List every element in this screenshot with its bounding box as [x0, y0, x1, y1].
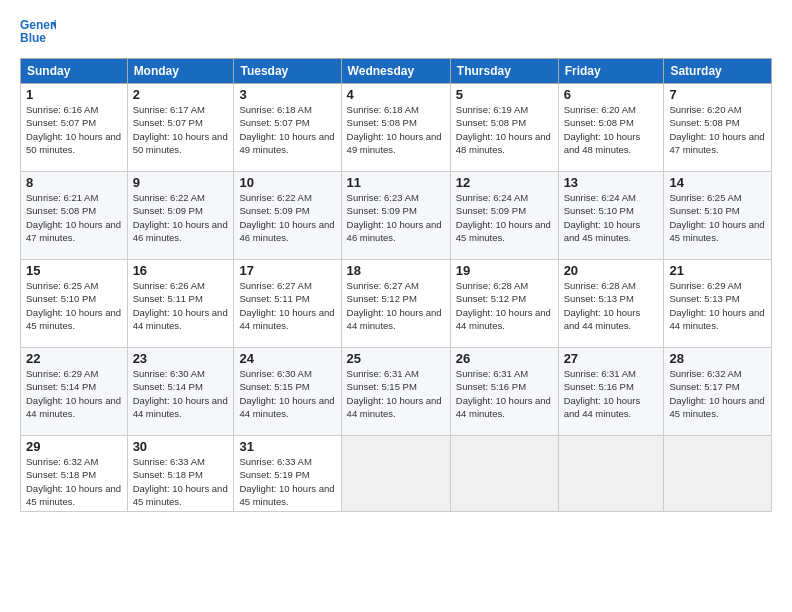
- day-info-13: Sunrise: 6:24 AMSunset: 5:10 PMDaylight:…: [564, 191, 659, 244]
- weekday-header-monday: Monday: [127, 59, 234, 84]
- day-info-31: Sunrise: 6:33 AMSunset: 5:19 PMDaylight:…: [239, 455, 335, 508]
- page: General Blue SundayMondayTuesdayWednesda…: [0, 0, 792, 612]
- day-info-3: Sunrise: 6:18 AMSunset: 5:07 PMDaylight:…: [239, 103, 335, 156]
- day-info-12: Sunrise: 6:24 AMSunset: 5:09 PMDaylight:…: [456, 191, 553, 244]
- day-cell-3: 3Sunrise: 6:18 AMSunset: 5:07 PMDaylight…: [234, 84, 341, 172]
- day-info-19: Sunrise: 6:28 AMSunset: 5:12 PMDaylight:…: [456, 279, 553, 332]
- day-cell-20: 20Sunrise: 6:28 AMSunset: 5:13 PMDayligh…: [558, 260, 664, 348]
- day-info-29: Sunrise: 6:32 AMSunset: 5:18 PMDaylight:…: [26, 455, 122, 508]
- day-number-19: 19: [456, 263, 553, 278]
- week-row-3: 15Sunrise: 6:25 AMSunset: 5:10 PMDayligh…: [21, 260, 772, 348]
- day-number-3: 3: [239, 87, 335, 102]
- header: General Blue: [20, 16, 772, 52]
- day-cell-9: 9Sunrise: 6:22 AMSunset: 5:09 PMDaylight…: [127, 172, 234, 260]
- weekday-header-thursday: Thursday: [450, 59, 558, 84]
- day-info-5: Sunrise: 6:19 AMSunset: 5:08 PMDaylight:…: [456, 103, 553, 156]
- day-cell-7: 7Sunrise: 6:20 AMSunset: 5:08 PMDaylight…: [664, 84, 772, 172]
- day-cell-12: 12Sunrise: 6:24 AMSunset: 5:09 PMDayligh…: [450, 172, 558, 260]
- day-number-7: 7: [669, 87, 766, 102]
- day-number-8: 8: [26, 175, 122, 190]
- day-number-10: 10: [239, 175, 335, 190]
- day-number-5: 5: [456, 87, 553, 102]
- week-row-5: 29Sunrise: 6:32 AMSunset: 5:18 PMDayligh…: [21, 436, 772, 512]
- day-number-22: 22: [26, 351, 122, 366]
- day-number-2: 2: [133, 87, 229, 102]
- day-info-18: Sunrise: 6:27 AMSunset: 5:12 PMDaylight:…: [347, 279, 445, 332]
- day-info-16: Sunrise: 6:26 AMSunset: 5:11 PMDaylight:…: [133, 279, 229, 332]
- day-cell-25: 25Sunrise: 6:31 AMSunset: 5:15 PMDayligh…: [341, 348, 450, 436]
- day-info-23: Sunrise: 6:30 AMSunset: 5:14 PMDaylight:…: [133, 367, 229, 420]
- day-cell-10: 10Sunrise: 6:22 AMSunset: 5:09 PMDayligh…: [234, 172, 341, 260]
- day-cell-15: 15Sunrise: 6:25 AMSunset: 5:10 PMDayligh…: [21, 260, 128, 348]
- weekday-header-sunday: Sunday: [21, 59, 128, 84]
- svg-text:General: General: [20, 18, 56, 32]
- day-cell-28: 28Sunrise: 6:32 AMSunset: 5:17 PMDayligh…: [664, 348, 772, 436]
- day-number-6: 6: [564, 87, 659, 102]
- day-info-11: Sunrise: 6:23 AMSunset: 5:09 PMDaylight:…: [347, 191, 445, 244]
- day-info-21: Sunrise: 6:29 AMSunset: 5:13 PMDaylight:…: [669, 279, 766, 332]
- day-cell-27: 27Sunrise: 6:31 AMSunset: 5:16 PMDayligh…: [558, 348, 664, 436]
- svg-text:Blue: Blue: [20, 31, 46, 45]
- day-number-4: 4: [347, 87, 445, 102]
- day-number-13: 13: [564, 175, 659, 190]
- day-number-24: 24: [239, 351, 335, 366]
- day-number-18: 18: [347, 263, 445, 278]
- weekday-header-row: SundayMondayTuesdayWednesdayThursdayFrid…: [21, 59, 772, 84]
- day-number-26: 26: [456, 351, 553, 366]
- logo: General Blue: [20, 16, 56, 52]
- day-number-23: 23: [133, 351, 229, 366]
- day-info-7: Sunrise: 6:20 AMSunset: 5:08 PMDaylight:…: [669, 103, 766, 156]
- day-info-2: Sunrise: 6:17 AMSunset: 5:07 PMDaylight:…: [133, 103, 229, 156]
- day-number-15: 15: [26, 263, 122, 278]
- day-number-30: 30: [133, 439, 229, 454]
- day-cell-29: 29Sunrise: 6:32 AMSunset: 5:18 PMDayligh…: [21, 436, 128, 512]
- day-cell-16: 16Sunrise: 6:26 AMSunset: 5:11 PMDayligh…: [127, 260, 234, 348]
- day-cell-8: 8Sunrise: 6:21 AMSunset: 5:08 PMDaylight…: [21, 172, 128, 260]
- day-info-22: Sunrise: 6:29 AMSunset: 5:14 PMDaylight:…: [26, 367, 122, 420]
- day-cell-17: 17Sunrise: 6:27 AMSunset: 5:11 PMDayligh…: [234, 260, 341, 348]
- day-cell-26: 26Sunrise: 6:31 AMSunset: 5:16 PMDayligh…: [450, 348, 558, 436]
- week-row-2: 8Sunrise: 6:21 AMSunset: 5:08 PMDaylight…: [21, 172, 772, 260]
- day-cell-21: 21Sunrise: 6:29 AMSunset: 5:13 PMDayligh…: [664, 260, 772, 348]
- day-cell-2: 2Sunrise: 6:17 AMSunset: 5:07 PMDaylight…: [127, 84, 234, 172]
- day-info-8: Sunrise: 6:21 AMSunset: 5:08 PMDaylight:…: [26, 191, 122, 244]
- day-info-28: Sunrise: 6:32 AMSunset: 5:17 PMDaylight:…: [669, 367, 766, 420]
- empty-cell: [450, 436, 558, 512]
- day-info-1: Sunrise: 6:16 AMSunset: 5:07 PMDaylight:…: [26, 103, 122, 156]
- day-info-25: Sunrise: 6:31 AMSunset: 5:15 PMDaylight:…: [347, 367, 445, 420]
- empty-cell: [558, 436, 664, 512]
- day-cell-19: 19Sunrise: 6:28 AMSunset: 5:12 PMDayligh…: [450, 260, 558, 348]
- week-row-4: 22Sunrise: 6:29 AMSunset: 5:14 PMDayligh…: [21, 348, 772, 436]
- day-cell-22: 22Sunrise: 6:29 AMSunset: 5:14 PMDayligh…: [21, 348, 128, 436]
- day-number-31: 31: [239, 439, 335, 454]
- day-number-14: 14: [669, 175, 766, 190]
- day-cell-23: 23Sunrise: 6:30 AMSunset: 5:14 PMDayligh…: [127, 348, 234, 436]
- day-number-16: 16: [133, 263, 229, 278]
- weekday-header-saturday: Saturday: [664, 59, 772, 84]
- day-info-15: Sunrise: 6:25 AMSunset: 5:10 PMDaylight:…: [26, 279, 122, 332]
- day-cell-30: 30Sunrise: 6:33 AMSunset: 5:18 PMDayligh…: [127, 436, 234, 512]
- day-info-27: Sunrise: 6:31 AMSunset: 5:16 PMDaylight:…: [564, 367, 659, 420]
- day-cell-4: 4Sunrise: 6:18 AMSunset: 5:08 PMDaylight…: [341, 84, 450, 172]
- weekday-header-wednesday: Wednesday: [341, 59, 450, 84]
- day-info-20: Sunrise: 6:28 AMSunset: 5:13 PMDaylight:…: [564, 279, 659, 332]
- day-number-29: 29: [26, 439, 122, 454]
- day-cell-18: 18Sunrise: 6:27 AMSunset: 5:12 PMDayligh…: [341, 260, 450, 348]
- day-info-10: Sunrise: 6:22 AMSunset: 5:09 PMDaylight:…: [239, 191, 335, 244]
- day-info-24: Sunrise: 6:30 AMSunset: 5:15 PMDaylight:…: [239, 367, 335, 420]
- day-info-17: Sunrise: 6:27 AMSunset: 5:11 PMDaylight:…: [239, 279, 335, 332]
- day-info-9: Sunrise: 6:22 AMSunset: 5:09 PMDaylight:…: [133, 191, 229, 244]
- empty-cell: [341, 436, 450, 512]
- day-number-11: 11: [347, 175, 445, 190]
- day-cell-31: 31Sunrise: 6:33 AMSunset: 5:19 PMDayligh…: [234, 436, 341, 512]
- day-number-12: 12: [456, 175, 553, 190]
- day-cell-13: 13Sunrise: 6:24 AMSunset: 5:10 PMDayligh…: [558, 172, 664, 260]
- day-number-17: 17: [239, 263, 335, 278]
- day-info-4: Sunrise: 6:18 AMSunset: 5:08 PMDaylight:…: [347, 103, 445, 156]
- day-number-20: 20: [564, 263, 659, 278]
- day-cell-11: 11Sunrise: 6:23 AMSunset: 5:09 PMDayligh…: [341, 172, 450, 260]
- logo-svg: General Blue: [20, 16, 56, 52]
- day-info-6: Sunrise: 6:20 AMSunset: 5:08 PMDaylight:…: [564, 103, 659, 156]
- day-number-28: 28: [669, 351, 766, 366]
- day-number-9: 9: [133, 175, 229, 190]
